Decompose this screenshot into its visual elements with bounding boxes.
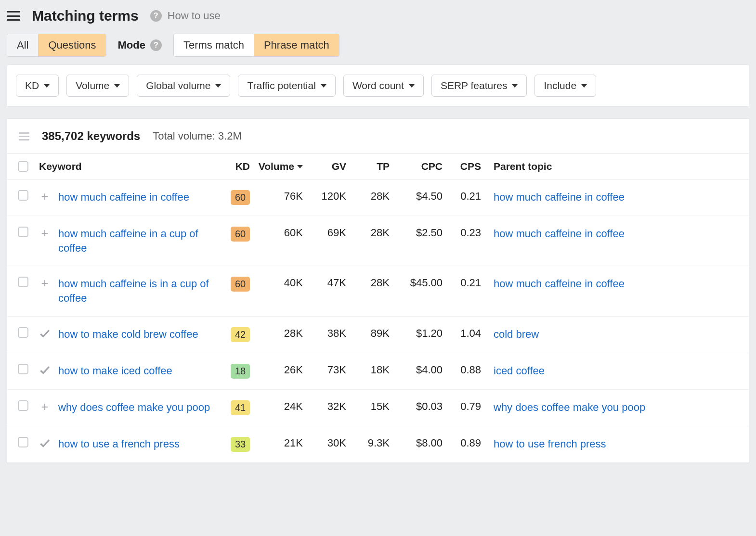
gv-value: 73K bbox=[327, 364, 346, 376]
menu-icon[interactable] bbox=[7, 11, 20, 21]
parent-topic-link[interactable]: how to use french press bbox=[494, 438, 606, 450]
chevron-down-icon bbox=[114, 84, 120, 88]
kd-badge: 42 bbox=[231, 327, 250, 342]
col-cps[interactable]: CPS bbox=[445, 161, 484, 172]
chevron-down-icon bbox=[512, 84, 518, 88]
col-gv[interactable]: GV bbox=[306, 161, 349, 172]
expand-plus-icon[interactable]: + bbox=[39, 277, 51, 289]
keyword-link[interactable]: why does coffee make you poop bbox=[58, 401, 210, 413]
col-cpc[interactable]: CPC bbox=[392, 161, 445, 172]
keyword-link[interactable]: how to make iced coffee bbox=[58, 365, 172, 377]
keyword-count: 385,702 keywords bbox=[42, 129, 140, 143]
kd-badge: 33 bbox=[231, 437, 250, 452]
expand-plus-icon[interactable]: + bbox=[39, 227, 51, 239]
table-header: Keyword KD Volume GV TP CPC CPS Parent t… bbox=[7, 153, 749, 179]
gv-value: 47K bbox=[327, 277, 346, 289]
filters-panel: KD Volume Global volume Traffic potentia… bbox=[7, 64, 749, 107]
page-header: Matching terms ? How to use bbox=[0, 0, 756, 34]
kd-badge: 18 bbox=[231, 364, 250, 379]
tab-terms-match[interactable]: Terms match bbox=[174, 34, 254, 56]
filter-serp-features[interactable]: SERP features bbox=[431, 75, 527, 97]
select-all-checkbox[interactable] bbox=[18, 161, 28, 172]
chevron-down-icon bbox=[321, 84, 326, 88]
row-checkbox[interactable] bbox=[18, 400, 28, 411]
row-checkbox[interactable] bbox=[18, 190, 28, 201]
row-checkbox[interactable] bbox=[18, 227, 28, 237]
kd-badge: 60 bbox=[231, 277, 250, 292]
keyword-link[interactable]: how much caffeine in coffee bbox=[58, 191, 189, 203]
help-icon: ? bbox=[150, 10, 162, 22]
kd-badge: 60 bbox=[231, 227, 250, 242]
tp-value: 28K bbox=[371, 190, 390, 202]
col-volume[interactable]: Volume bbox=[253, 161, 306, 172]
volume-value: 24K bbox=[284, 400, 303, 412]
parent-topic-link[interactable]: iced coffee bbox=[494, 365, 545, 377]
tp-value: 18K bbox=[371, 364, 390, 376]
mode-segment: Terms match Phrase match bbox=[173, 34, 339, 57]
keyword-link[interactable]: how much caffeine in a cup of coffee bbox=[58, 228, 198, 254]
tab-phrase-match[interactable]: Phrase match bbox=[254, 34, 339, 56]
filter-include[interactable]: Include bbox=[534, 75, 596, 97]
table-row: +how much caffeine in coffee6076K120K28K… bbox=[7, 179, 749, 216]
parent-topic-link[interactable]: cold brew bbox=[494, 328, 539, 340]
col-kd[interactable]: KD bbox=[219, 161, 253, 172]
keyword-link[interactable]: how to use a french press bbox=[58, 438, 180, 450]
table-row: +why does coffee make you poop4124K32K15… bbox=[7, 390, 749, 426]
tab-bar: All Questions Mode ? Terms match Phrase … bbox=[0, 34, 756, 64]
volume-value: 28K bbox=[284, 327, 303, 339]
parent-topic-link[interactable]: why does coffee make you poop bbox=[494, 401, 645, 413]
gv-value: 32K bbox=[327, 400, 346, 412]
gv-value: 30K bbox=[327, 437, 346, 449]
keyword-link[interactable]: how to make cold brew coffee bbox=[58, 328, 198, 340]
row-checkbox[interactable] bbox=[18, 364, 28, 374]
cps-value: 0.88 bbox=[460, 364, 481, 376]
tab-questions[interactable]: Questions bbox=[39, 34, 105, 56]
volume-value: 60K bbox=[284, 227, 303, 239]
cpc-value: $4.50 bbox=[416, 190, 443, 202]
list-options-icon[interactable] bbox=[19, 132, 29, 140]
tp-value: 9.3K bbox=[368, 437, 390, 449]
checkmark-icon bbox=[39, 327, 51, 342]
chevron-down-icon bbox=[44, 84, 50, 88]
filter-volume[interactable]: Volume bbox=[66, 75, 129, 97]
tp-value: 89K bbox=[371, 327, 390, 339]
table-row: how to make cold brew coffee4228K38K89K$… bbox=[7, 317, 749, 353]
mode-label: Mode ? bbox=[118, 39, 162, 51]
checkmark-icon bbox=[39, 437, 51, 452]
keywords-table: Keyword KD Volume GV TP CPC CPS Parent t… bbox=[7, 153, 749, 463]
parent-topic-link[interactable]: how much caffeine in coffee bbox=[494, 278, 625, 290]
expand-plus-icon[interactable]: + bbox=[39, 400, 51, 413]
parent-topic-link[interactable]: how much caffeine in coffee bbox=[494, 191, 625, 203]
tp-value: 28K bbox=[371, 227, 390, 239]
help-icon[interactable]: ? bbox=[150, 39, 162, 51]
parent-topic-link[interactable]: how much caffeine in coffee bbox=[494, 228, 625, 240]
filter-kd[interactable]: KD bbox=[16, 75, 59, 97]
row-checkbox[interactable] bbox=[18, 277, 28, 287]
gv-value: 38K bbox=[327, 327, 346, 339]
row-checkbox[interactable] bbox=[18, 437, 28, 447]
col-parent-topic[interactable]: Parent topic bbox=[484, 161, 741, 172]
chevron-down-icon bbox=[581, 84, 587, 88]
table-row: +how much caffeine is in a cup of coffee… bbox=[7, 266, 749, 316]
keyword-link[interactable]: how much caffeine is in a cup of coffee bbox=[58, 278, 209, 304]
filter-word-count[interactable]: Word count bbox=[343, 75, 424, 97]
cps-value: 0.21 bbox=[460, 190, 481, 202]
how-to-use-label: How to use bbox=[168, 10, 221, 22]
col-keyword[interactable]: Keyword bbox=[36, 161, 219, 172]
cpc-value: $1.20 bbox=[416, 327, 443, 339]
type-segment: All Questions bbox=[7, 34, 106, 57]
row-checkbox[interactable] bbox=[18, 327, 28, 338]
cps-value: 0.21 bbox=[460, 277, 481, 289]
expand-plus-icon[interactable]: + bbox=[39, 190, 51, 203]
filter-traffic-potential[interactable]: Traffic potential bbox=[238, 75, 335, 97]
summary-bar: 385,702 keywords Total volume: 3.2M bbox=[7, 118, 749, 153]
col-tp[interactable]: TP bbox=[349, 161, 392, 172]
tp-value: 15K bbox=[371, 400, 390, 412]
table-row: +how much caffeine in a cup of coffee606… bbox=[7, 216, 749, 266]
tab-all[interactable]: All bbox=[7, 34, 39, 56]
cps-value: 0.23 bbox=[460, 227, 481, 239]
how-to-use-link[interactable]: ? How to use bbox=[150, 10, 221, 22]
page-title: Matching terms bbox=[32, 8, 139, 24]
filter-global-volume[interactable]: Global volume bbox=[137, 75, 230, 97]
total-volume: Total volume: 3.2M bbox=[153, 130, 242, 142]
